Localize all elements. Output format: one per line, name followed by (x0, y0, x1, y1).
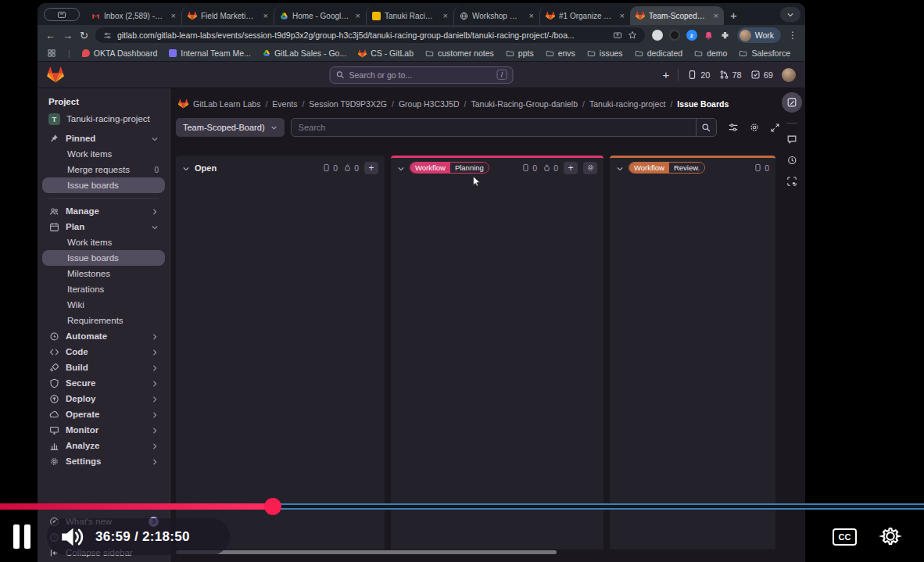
tab-close-icon[interactable]: × (443, 11, 448, 20)
sidebar-item-secure[interactable]: Secure (42, 375, 165, 391)
bookmark-cs-gitlab[interactable]: CS - GitLab (358, 48, 414, 58)
bookmark-okta[interactable]: OKTA Dashboard (82, 48, 158, 58)
chevron-down-icon[interactable] (182, 163, 190, 172)
tab-close-icon[interactable]: × (171, 11, 176, 20)
sidebar-item-requirements[interactable]: Requirements (42, 313, 165, 328)
sidebar-item-pinned-issue-boards[interactable]: Issue boards (42, 177, 165, 193)
tab-close-icon[interactable]: × (714, 11, 718, 20)
board-column-header[interactable]: Workflow Planning 0 0 + (391, 158, 603, 177)
screenshot-icon[interactable] (786, 176, 797, 187)
annotate-pencil-button[interactable] (782, 92, 802, 113)
tab-team-scoped-board[interactable]: Team-Scoped-Bo... × (630, 6, 724, 25)
tab-close-icon[interactable]: × (620, 11, 625, 20)
volume-speaker-icon[interactable] (58, 523, 86, 551)
chevron-down-icon[interactable] (616, 163, 624, 172)
bookmark-folder-envs[interactable]: envs (546, 48, 575, 58)
send-to-device-icon[interactable] (613, 30, 622, 40)
sidebar-item-build[interactable]: Build (42, 360, 165, 375)
sidebar-item-code[interactable]: Code (42, 344, 165, 360)
new-tab-button[interactable]: + (730, 9, 737, 22)
bookmark-gitlab-sales[interactable]: GitLab Sales - Go... (263, 48, 346, 58)
sidebar-item-iterations[interactable]: Iterations (42, 281, 165, 297)
filter-sliders-icon[interactable] (728, 122, 739, 133)
gitlab-logo-icon[interactable] (47, 66, 64, 83)
extension-icon[interactable] (669, 30, 680, 41)
breadcrumb-item[interactable]: Tanuki-Racing-Group-danielb (471, 99, 578, 109)
breadcrumb-item[interactable]: Session T9D9P3X2G (309, 99, 387, 109)
apps-grid-icon[interactable] (47, 48, 56, 58)
comment-icon[interactable] (786, 134, 797, 145)
column-settings-button[interactable] (583, 162, 597, 174)
tab-workshop-details[interactable]: Workshop Details × (453, 6, 539, 25)
add-issue-button[interactable]: + (564, 162, 578, 174)
breadcrumb-item[interactable]: Tanuki-racing-project (589, 99, 665, 109)
sidebar-item-plan-work-items[interactable]: Work items (42, 234, 165, 250)
closed-captions-button[interactable]: CC (833, 528, 857, 546)
user-avatar[interactable] (782, 68, 796, 82)
sidebar-item-pinned[interactable]: Pinned (42, 131, 165, 146)
issues-count-button[interactable]: 20 (687, 70, 710, 80)
zoom-extension-icon[interactable]: z (686, 30, 697, 41)
history-clock-icon[interactable] (786, 155, 797, 166)
pause-button[interactable] (13, 524, 30, 549)
sidebar-item-analyze[interactable]: Analyze (42, 438, 165, 453)
url-bar[interactable]: gitlab.com/gitlab-learn-labs/events/sess… (95, 27, 645, 43)
tab-field-marketing[interactable]: Field Marketing E... × (181, 6, 274, 25)
tab-close-icon[interactable]: × (263, 11, 268, 20)
fullscreen-expand-icon[interactable] (770, 123, 780, 133)
sidebar-item-plan-issue-boards[interactable]: Issue boards (42, 250, 165, 266)
global-search-input[interactable]: Search or go to... / (330, 66, 514, 84)
profile-button[interactable]: Work (737, 27, 781, 43)
extension-icon[interactable] (652, 30, 663, 41)
bookmark-folder-dedicated[interactable]: dedicated (635, 48, 683, 58)
board-column-header[interactable]: Workflow Review. 0 (610, 158, 775, 177)
bookmark-star-icon[interactable] (628, 30, 637, 40)
extensions-puzzle-icon[interactable] (720, 30, 730, 41)
tab-close-icon[interactable]: × (356, 11, 360, 20)
sidebar-item-monitor[interactable]: Monitor (42, 422, 165, 438)
sidebar-item-manage[interactable]: Manage (42, 203, 165, 219)
sidebar-item-pinned-work-items[interactable]: Work items (42, 146, 165, 162)
todos-count-button[interactable]: 69 (750, 70, 773, 80)
create-new-button[interactable]: + (662, 68, 669, 81)
add-issue-button[interactable]: + (364, 162, 378, 174)
board-column-header[interactable]: Open 0 0 + (176, 158, 385, 177)
back-button[interactable]: ← (45, 30, 56, 41)
tab-inbox[interactable]: Inbox (2,589) - d... × (86, 6, 181, 25)
video-settings-button[interactable] (879, 524, 902, 548)
tab-google-home[interactable]: Home - Google D... × (274, 6, 366, 25)
bell-extension-icon[interactable] (704, 30, 714, 41)
reload-button[interactable]: ↻ (80, 30, 88, 41)
breadcrumb-item[interactable]: Group H3C3J5D (399, 99, 460, 109)
board-search-input[interactable]: Search (291, 118, 717, 137)
sidebar-item-operate[interactable]: Operate (42, 406, 165, 422)
tab-tanuki-pm[interactable]: Tanuki Racing PM × (366, 6, 453, 25)
board-select-dropdown[interactable]: Team-Scoped-Board) (176, 118, 285, 137)
tab-organize-track[interactable]: #1 Organize Trac... × (539, 6, 630, 25)
bookmark-folder-customer-notes[interactable]: customer notes (425, 48, 494, 58)
sidebar-item-settings[interactable]: Settings (42, 453, 165, 469)
tab-close-icon[interactable]: × (529, 11, 534, 20)
breadcrumb-item[interactable]: GitLab Learn Labs (193, 99, 260, 109)
bookmark-folder-salesforce[interactable]: Salesforce (739, 48, 790, 58)
sidebar-project[interactable]: T Tanuki-racing-project (42, 111, 165, 127)
chevron-down-icon[interactable] (397, 163, 405, 172)
bookmark-folder-ppts[interactable]: ppts (506, 48, 534, 58)
bookmark-internal-team[interactable]: Internal Team Me... (169, 48, 251, 58)
merge-requests-count-button[interactable]: 78 (719, 70, 742, 80)
video-progress-knob[interactable] (264, 498, 281, 515)
sidebar-item-milestones[interactable]: Milestones (42, 266, 165, 281)
sidebar-item-plan[interactable]: Plan (42, 219, 165, 234)
board-search-button[interactable] (696, 119, 716, 136)
sidebar-item-wiki[interactable]: Wiki (42, 297, 165, 313)
scoped-label-pill[interactable]: Workflow Review. (629, 162, 705, 174)
forward-button[interactable]: → (63, 30, 73, 41)
sidebar-item-automate[interactable]: Automate (42, 328, 165, 344)
sidebar-item-deploy[interactable]: Deploy (42, 391, 165, 406)
tab-search-button[interactable] (44, 8, 80, 21)
breadcrumb-item[interactable]: Events (272, 99, 297, 109)
horizontal-scrollbar[interactable] (176, 550, 557, 554)
tab-list-chevron-button[interactable] (780, 7, 800, 22)
board-config-gear-icon[interactable] (749, 122, 760, 133)
bookmark-folder-issues[interactable]: issues (587, 48, 623, 58)
